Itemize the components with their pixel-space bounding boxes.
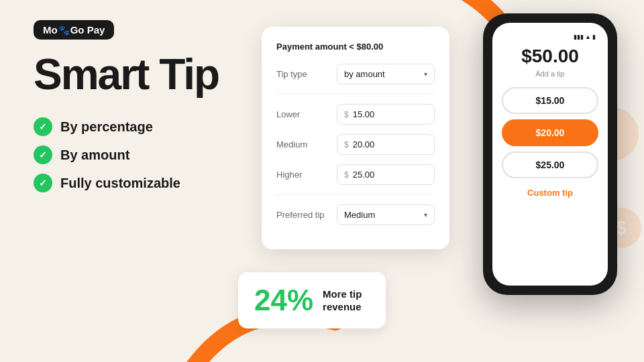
form-row-lower: Lower $ 15.00: [276, 104, 435, 125]
custom-tip-link[interactable]: Custom tip: [502, 188, 598, 198]
form-row-tip-type: Tip type by amount ▾: [276, 64, 435, 84]
stat-description: More tip revenue: [323, 288, 370, 314]
check-icon: ✓: [39, 149, 47, 160]
input-higher-value: 25.00: [353, 170, 375, 180]
phone-screen: ▮▮▮ ▲ ▮ $50.00 Add a tip $15.00 $20.00 $…: [492, 23, 608, 286]
select-tip-type-value: by amount: [344, 69, 385, 79]
chevron-down-icon: ▾: [424, 70, 427, 78]
check-icon: ✓: [39, 178, 47, 188]
phone-status-bar: ▮▮▮ ▲ ▮: [502, 34, 598, 40]
phone-amount-display: $50.00: [502, 46, 598, 67]
check-circle-amount: ✓: [34, 145, 52, 164]
form-row-medium: Medium $ 20.00: [276, 134, 435, 155]
divider: [276, 194, 435, 195]
input-medium[interactable]: $ 20.00: [337, 134, 435, 155]
wifi-icon: ▲: [585, 34, 591, 40]
label-tip-type: Tip type: [276, 69, 337, 79]
chevron-down-icon: ▾: [424, 211, 427, 219]
logo: Mo🐾Go Pay: [34, 20, 114, 40]
input-lower-value: 15.00: [353, 109, 375, 119]
feature-list: ✓ By percentage ✓ By amount ✓ Fully cust…: [34, 117, 268, 192]
select-tip-type[interactable]: by amount ▾: [337, 64, 435, 84]
feature-item-percentage: ✓ By percentage: [34, 117, 268, 136]
label-preferred-tip: Preferred tip: [276, 210, 337, 220]
select-preferred-tip[interactable]: Medium ▾: [337, 204, 435, 225]
form-row-higher: Higher $ 25.00: [276, 164, 435, 185]
tip-button-20[interactable]: $20.00: [502, 119, 598, 146]
left-section: Mo🐾Go Pay Smart Tip ✓ By percentage ✓ By…: [34, 20, 268, 192]
label-lower: Lower: [276, 109, 337, 119]
tip-button-15[interactable]: $15.00: [502, 87, 598, 114]
form-row-preferred: Preferred tip Medium ▾: [276, 204, 435, 225]
phone-mockup: ▮▮▮ ▲ ▮ $50.00 Add a tip $15.00 $20.00 $…: [483, 13, 617, 295]
input-lower[interactable]: $ 15.00: [337, 104, 435, 125]
input-higher[interactable]: $ 25.00: [337, 164, 435, 185]
phone-amount-value: $50.00: [502, 46, 598, 67]
feature-text-amount: By amount: [60, 147, 129, 163]
tip-button-25[interactable]: $25.00: [502, 152, 598, 178]
currency-symbol: $: [344, 140, 349, 149]
label-higher: Higher: [276, 170, 337, 180]
select-preferred-tip-value: Medium: [344, 210, 375, 220]
check-circle-percentage: ✓: [34, 117, 52, 136]
card-title: Payment amount < $80.00: [276, 42, 435, 52]
label-medium: Medium: [276, 139, 337, 149]
check-circle-customizable: ✓: [34, 174, 52, 192]
feature-item-customizable: ✓ Fully customizable: [34, 174, 268, 192]
settings-card: Payment amount < $80.00 Tip type by amou…: [262, 27, 449, 249]
currency-symbol: $: [344, 110, 349, 119]
stat-percent: 24%: [254, 286, 313, 315]
phone-add-tip-label: Add a tip: [502, 70, 598, 78]
check-icon: ✓: [39, 121, 47, 132]
battery-icon: ▮: [592, 34, 596, 40]
feature-item-amount: ✓ By amount: [34, 145, 268, 164]
signal-icons: ▮▮▮ ▲ ▮: [574, 34, 596, 40]
logo-paw-icon: 🐾: [58, 25, 70, 36]
feature-text-customizable: Fully customizable: [60, 176, 180, 191]
feature-text-percentage: By percentage: [60, 119, 153, 135]
divider: [276, 94, 435, 95]
input-medium-value: 20.00: [353, 139, 375, 149]
currency-symbol: $: [344, 170, 349, 180]
signal-bars-icon: ▮▮▮: [574, 34, 584, 40]
main-title: Smart Tip: [34, 53, 268, 96]
logo-text: Mo🐾Go Pay: [43, 24, 105, 36]
stat-box: 24% More tip revenue: [238, 272, 386, 328]
